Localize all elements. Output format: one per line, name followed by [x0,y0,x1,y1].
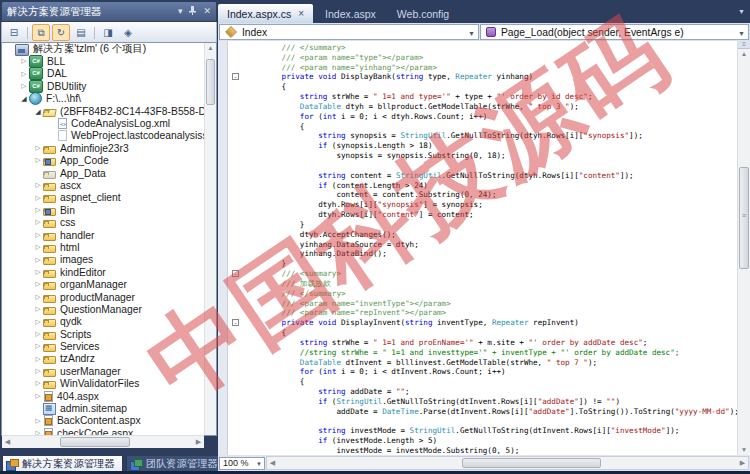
expand-arrow-icon[interactable]: ▷ [33,294,43,301]
collapse-arrow-icon[interactable]: ◢ [19,95,29,102]
code-line[interactable]: //string strWhe = " 1=1 and investtype='… [218,348,737,358]
solution-explorer-titlebar[interactable]: 解决方案资源管理器 ▾ ✕ [1,1,217,22]
code-line[interactable] [218,161,737,171]
expand-arrow-icon[interactable]: ▷ [33,343,43,350]
code-line[interactable]: string strWhe = " 1=1 and type='" + type… [218,92,737,102]
code-line[interactable]: } [218,259,737,269]
code-line[interactable]: string investMode = StringUtil.GetNullTo… [218,426,737,436]
tree-item[interactable]: ▷html [2,241,216,253]
code-line[interactable]: yinhang.DataSource = dtyh; [218,240,737,250]
document-tab[interactable]: Index.aspx.cs× [218,4,313,23]
members-dropdown[interactable]: Page_Load(object sender, EventArgs e) ▼ [480,24,749,40]
expand-arrow-icon[interactable]: ▷ [33,207,43,214]
close-icon[interactable]: ✕ [203,7,211,16]
show-all-files-icon[interactable]: ⧉ [32,24,50,41]
tree-item[interactable]: 解决方案'tzlm' (6 个项目) [2,43,216,55]
expand-arrow-icon[interactable]: ▷ [19,83,29,90]
code-line[interactable]: if (content.Length > 24) [218,181,737,191]
tab-list-dropdown-icon[interactable]: ▼ [738,8,745,15]
code-line[interactable]: DataTable dtyh = bllproduct.GetModelTabl… [218,102,737,112]
code-line[interactable]: /// </summary> [218,43,737,53]
code-line[interactable]: { [218,82,737,92]
scroll-left-icon[interactable]: ◀ [267,459,278,467]
collapse-all-icon[interactable]: ⊟ [5,24,23,41]
fold-collapse-icon[interactable]: - [232,73,239,80]
tree-item[interactable]: ▷404.aspx [2,390,216,402]
tree-item[interactable]: ▷BackContent.aspx [2,415,216,427]
code-line[interactable]: yinhang.DataBind(); [218,249,737,259]
scroll-up-icon[interactable]: ▲ [738,49,750,59]
tree-vertical-scrollbar[interactable]: ▲ [204,43,216,435]
tree-item[interactable]: ▷Services [2,340,216,352]
expand-arrow-icon[interactable]: ▷ [33,418,43,425]
code-line[interactable]: if (investMode.Length > 5) [218,436,737,446]
code-line[interactable]: - private void DisplayInvent(string inve… [218,318,737,328]
scroll-right-icon[interactable]: ▶ [737,459,748,467]
editor-hscroll-track[interactable] [278,457,737,469]
tree-item[interactable]: ▷organManager [2,278,216,290]
scroll-right-icon[interactable]: ▶ [193,438,204,446]
collapse-arrow-icon[interactable]: ◢ [33,108,43,115]
tree-item[interactable]: ▷Adminfioje23r3 [2,142,216,154]
editor-vertical-scrollbar[interactable]: ▲ ▼ [737,41,750,455]
tree-hscroll-track[interactable] [13,436,193,448]
auto-hide-pin-icon[interactable] [189,6,196,17]
editor-vscroll-thumb[interactable] [739,167,749,269]
code-editor[interactable]: /// </summary> /// <param name="type"></… [218,41,737,455]
expand-arrow-icon[interactable]: ▷ [33,219,43,226]
types-dropdown[interactable]: Index ▼ [219,24,479,40]
tree-item[interactable]: ▷qydk [2,316,216,328]
tree-item[interactable]: ▷tzAndrz [2,353,216,365]
expand-arrow-icon[interactable]: ▷ [33,380,43,387]
scroll-down-icon[interactable]: ▼ [738,445,750,455]
code-line[interactable]: /// <param name="type"></param> [218,53,737,63]
view-code-icon[interactable]: ◨ [99,24,117,41]
code-line[interactable]: { [218,377,737,387]
scroll-up-icon[interactable]: ▲ [205,43,216,53]
code-line[interactable]: { [218,122,737,132]
expand-arrow-icon[interactable]: ▷ [33,393,43,400]
expand-arrow-icon[interactable]: ▷ [19,71,29,78]
tree-item[interactable]: CodeAnalysisLog.xml [2,117,216,129]
code-line[interactable]: dtyh.AcceptChanges(); [218,230,737,240]
expand-arrow-icon[interactable]: ▷ [33,232,43,239]
code-line[interactable]: if (StringUtil.GetNullToString(dtInvent.… [218,397,737,407]
fold-collapse-icon[interactable]: - [232,319,239,326]
document-tab[interactable]: Web.config [388,4,458,23]
code-line[interactable]: /// <param name="yinhang"></param> [218,63,737,73]
tree-item[interactable]: ▷userManager [2,365,216,377]
expand-arrow-icon[interactable]: ▷ [33,182,43,189]
code-line[interactable]: synopsis = synopsis.Substring(0, 18); [218,151,737,161]
expand-arrow-icon[interactable]: ▷ [19,58,29,65]
code-line[interactable]: { [218,328,737,338]
expand-arrow-icon[interactable]: ▷ [33,331,43,338]
code-line[interactable]: } [218,220,737,230]
code-line[interactable]: investMode = investMode.Substring(0, 5); [218,446,737,455]
tree-item[interactable]: ▷BLL [2,55,216,67]
expand-arrow-icon[interactable]: ▷ [33,244,43,251]
editor-zoom-dropdown[interactable]: 100 % ▼ [219,457,265,470]
tree-item[interactable]: ▷Bin [2,204,216,216]
tree-vscroll-thumb[interactable] [206,59,215,105]
code-line[interactable]: if (synopsis.Length > 18) [218,141,737,151]
code-line[interactable]: /// </summary> [218,289,737,299]
document-tab[interactable]: Index.aspx [316,4,385,23]
tree-item[interactable]: ▷kindEditor [2,266,216,278]
scroll-left-icon[interactable]: ◀ [2,438,13,446]
code-line[interactable]: /// 加载放款 [218,279,737,289]
scrollbar-splitter-handle[interactable] [738,41,750,49]
tree-item[interactable]: ▷handler [2,229,216,241]
expand-arrow-icon[interactable]: ▷ [33,356,43,363]
editor-hscroll-thumb[interactable] [462,458,602,468]
tree-item[interactable]: admin.sitemap [2,402,216,414]
expand-arrow-icon[interactable]: ▷ [33,281,43,288]
tree-item[interactable]: ◢(2BFF84B2-8C14-43F8-B558-D2994315A829 [2,105,216,117]
code-line[interactable]: dtyh.Rows[i]["synopsis"] = synopsis; [218,200,737,210]
expand-arrow-icon[interactable]: ▷ [33,257,43,264]
code-line[interactable]: /// <param name="repInvent"></param> [218,308,737,318]
solution-tree[interactable]: 解决方案'tzlm' (6 个项目)▷BLL▷DAL▷DBUtility◢F:\… [1,42,217,436]
code-line[interactable]: string strWhe = " 1=1 and proEnName='" +… [218,338,737,348]
code-line[interactable] [218,416,737,426]
tree-item[interactable]: ▷productManager [2,291,216,303]
tree-item[interactable]: ▷WinValidatorFiles [2,378,216,390]
